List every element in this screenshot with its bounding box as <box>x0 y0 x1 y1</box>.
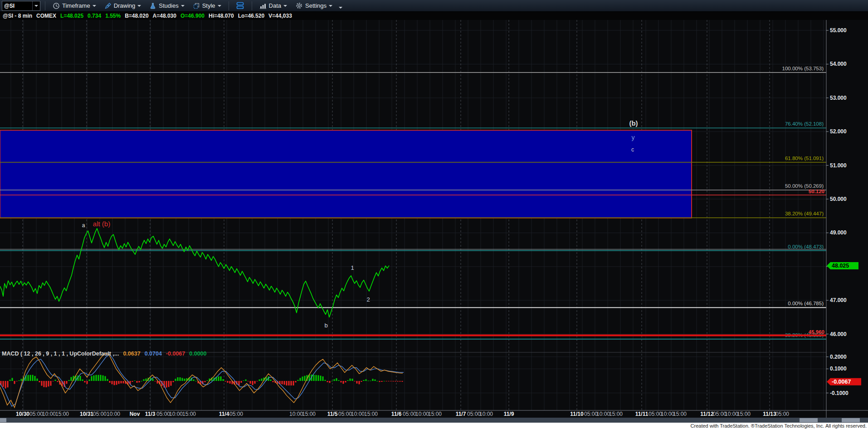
time-axis-time: 15:00 <box>302 411 316 417</box>
macd-histogram-bar <box>341 381 342 382</box>
macd-histogram-bar <box>320 375 322 381</box>
alert-price-label: 50.120 <box>809 189 824 194</box>
macd-histogram-bar <box>168 381 170 387</box>
copyright-text: Created with TradeStation. ®TradeStation… <box>691 423 867 429</box>
symbol-input[interactable] <box>2 2 32 10</box>
wave-label: 2 <box>366 296 370 303</box>
toolbar-separator <box>252 1 252 10</box>
style-menu-button[interactable]: Style <box>190 0 224 11</box>
settings-menu-button[interactable]: Settings <box>293 0 335 11</box>
time-axis-date: 10/30 <box>16 411 29 417</box>
drawing-menu-button[interactable]: Drawing <box>102 0 144 11</box>
scrollbar-thumb[interactable] <box>800 418 818 422</box>
macd-histogram-bar <box>261 379 263 381</box>
symbol-dropdown-button[interactable] <box>32 1 40 10</box>
toolbar: Timeframe Drawing Studies Style <box>0 0 868 12</box>
quote-field: O=46.900 <box>180 13 205 19</box>
macd-histogram-bar <box>50 381 52 386</box>
macd-histogram-bar <box>134 380 136 381</box>
macd-histogram-bar <box>121 381 122 383</box>
chevron-down-icon <box>283 5 287 7</box>
time-axis-date: 11/5 <box>327 411 338 417</box>
macd-histogram-bar <box>338 380 340 381</box>
timeframe-menu-button[interactable]: Timeframe <box>50 0 99 11</box>
macd-histogram-bar <box>377 381 378 381</box>
macd-histogram-bar <box>284 381 285 385</box>
macd-value-tag: -0.0067 <box>827 378 861 385</box>
time-axis-time: 10:00 <box>169 411 183 417</box>
studies-menu-button[interactable]: Studies <box>146 0 187 11</box>
macd-histogram-bar <box>316 375 317 381</box>
fib-level-label: 0.00% (46.785) <box>788 301 824 306</box>
macd-histogram-bar <box>137 381 138 383</box>
macd-axis-label: 0.1000 <box>830 366 847 372</box>
scroll-right-button[interactable] <box>842 418 860 422</box>
price-line <box>0 229 389 317</box>
symbol-combo[interactable] <box>2 1 40 11</box>
scroll-left-button[interactable] <box>0 418 6 422</box>
macd-histogram-bar <box>10 380 11 381</box>
macd-histogram-bar <box>80 376 81 381</box>
chevron-down-icon <box>218 5 221 7</box>
macd-histogram-bar <box>343 381 344 384</box>
alert-price-label: 45.960 <box>809 329 824 335</box>
menu-label: Timeframe <box>62 2 90 9</box>
quote-field: V=44,033 <box>268 13 292 19</box>
macd-histogram-bar <box>37 379 38 381</box>
layout-button[interactable] <box>234 0 247 11</box>
macd-histogram-bar <box>259 380 260 381</box>
macd-histogram-bar <box>368 380 369 381</box>
time-axis-time: 15:00 <box>182 411 196 417</box>
macd-histogram-bar <box>313 375 315 381</box>
time-axis-time: 15:00 <box>428 411 442 417</box>
layers-icon <box>236 2 244 10</box>
macd-axis-label: 0.2000 <box>830 354 847 360</box>
menu-label: Data <box>269 2 281 9</box>
macd-histogram-bar <box>273 381 274 382</box>
fib-level-label: 76.40% (52.108) <box>785 121 824 127</box>
macd-histogram-bar <box>381 381 383 382</box>
time-axis-date: Nov <box>130 411 140 417</box>
macd-histogram-bar <box>329 381 331 383</box>
macd-histogram-bar <box>300 378 301 381</box>
macd-histogram-bar <box>34 376 36 381</box>
wave-label: y <box>632 134 635 141</box>
price-axis-label: 47.000 <box>830 297 847 303</box>
macd-histogram-bar <box>184 379 185 381</box>
macd-histogram-bar <box>291 381 292 385</box>
chart-plot-area[interactable]: 100.00% (53.753)76.40% (52.108)61.80% (5… <box>0 0 868 429</box>
macd-indicator-label: MACD ( 12 , 26 , 9 , 1 , 1 , UpColorDefa… <box>2 349 211 357</box>
macd-histogram-bar <box>295 381 297 382</box>
data-menu-button[interactable]: Data <box>257 0 290 11</box>
macd-histogram-bar <box>361 381 362 382</box>
horizontal-scrollbar[interactable] <box>0 418 868 423</box>
fib-level-label: 50.00% (50.269) <box>785 183 824 189</box>
quote-field: B=48.020 <box>125 13 148 19</box>
macd-histogram-bar <box>334 379 335 381</box>
macd-histogram-bar <box>245 380 247 381</box>
macd-histogram-bar <box>55 380 56 381</box>
macd-histogram-bar <box>372 379 374 381</box>
macd-histogram-bar <box>141 381 142 381</box>
time-axis-time: 05:00 <box>93 411 107 417</box>
macd-histogram-bar <box>102 375 104 381</box>
macd-histogram-bar <box>71 377 72 381</box>
macd-histogram-bar <box>218 376 219 381</box>
macd-histogram-bar <box>100 375 102 381</box>
macd-histogram-bar <box>229 381 231 384</box>
toolbar-separator <box>45 1 45 10</box>
pencil-icon <box>104 2 112 10</box>
macd-histogram-bar <box>12 378 13 381</box>
macd-histogram-bar <box>388 381 390 381</box>
macd-histogram-bar <box>322 376 324 381</box>
time-axis-time: 15:00 <box>737 411 751 417</box>
time-axis-time: 15:00 <box>55 411 69 417</box>
copyright-footer: Created with TradeStation. ®TradeStation… <box>0 423 868 429</box>
elliott-target-zone <box>0 130 692 218</box>
macd-value: 0.0000 <box>189 351 206 357</box>
toolbar-overflow-chevron[interactable] <box>339 7 342 9</box>
quote-field: 1.55% <box>105 13 121 19</box>
time-axis-date: 11/10 <box>570 411 583 417</box>
quote-field: 0.734 <box>88 13 101 19</box>
wave-label: (b) <box>629 119 638 127</box>
